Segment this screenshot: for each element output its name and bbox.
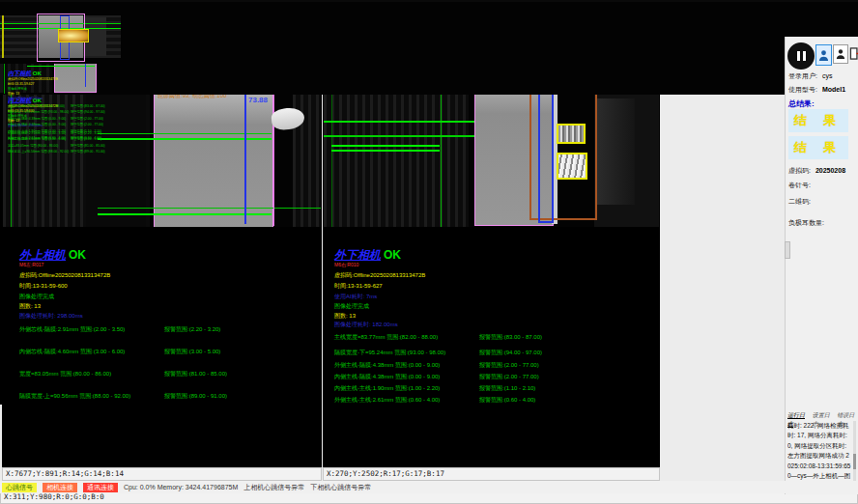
measurement-row: 内侧主线-隔膜:4.38mm 范围:(0.00 - 9.00) 报警范围:(2.… [334, 373, 658, 380]
alarm-range: 报警范围:(0.60 - 4.00) [479, 396, 535, 405]
needle-row: 卷针号: [788, 181, 811, 190]
measurement-text: 外侧主线-隔膜:4.38mm 范围:(0.00 - 9.00) [334, 362, 440, 368]
frame-count: 图数: 13 [19, 302, 41, 311]
virtual-code-label: 虚拟码: [788, 167, 811, 174]
login-user-button[interactable] [815, 44, 832, 66]
heartbeat-badge: 心跳信号 [2, 483, 37, 492]
comm-link-badge: 通讯连接 [83, 483, 118, 492]
qrcode-row: 二维码: [788, 197, 811, 207]
green-measure-line [331, 145, 440, 147]
measurement-row: 隔膜宽度-上=90.56mm 范围:(88.00 - 92.00) 报警范围:(… [19, 392, 320, 400]
alarm-range: 报警范围:(3.00 - 5.00) [164, 348, 220, 356]
processing-done: 图像处理完成 [334, 302, 369, 311]
capture-time: 时间:13-31-59-627 [334, 282, 383, 291]
upper-camera-warning: 上相机心跳信号异常 [243, 483, 304, 492]
measurement-text: 主线宽度=83.77mm 范围:(82.00 - 88.00) [334, 334, 438, 340]
virtual-code-value: 20250208 [815, 167, 845, 174]
main-window: CYS-视觉检测系统 系统配置 相机配置 通讯配置 IO手配置 ▼ 光源控制配置… [0, 0, 858, 504]
login-user-row: 登录用户: cys [788, 71, 832, 81]
processing-done: 图像处理完成 [19, 293, 54, 301]
measure-value-label: 73.88 [248, 96, 268, 104]
measurement-row: 宽度=83.05mm 范围:(80.00 - 86.00) 报警范围:(81.0… [19, 370, 320, 378]
virtual-code: 虚拟码:Offline2025020813313472B [19, 271, 110, 280]
measurement-row: 隔膜宽度-下=95.24mm 范围:(93.00 - 98.00) 报警范围:(… [334, 349, 658, 356]
needle-label: 卷针号: [788, 182, 811, 188]
measurement-text: 内侧主线-主线:1.90mm 范围:(1.00 - 2.20) [334, 385, 440, 391]
measurement-row: 主线宽度=83.77mm 范围:(82.00 - 88.00) 报警范围:(83… [334, 333, 658, 341]
machine-block [596, 98, 635, 205]
middle-camera-coords-status: X:270;Y:2502;R:17;G:17;B:17 [323, 467, 660, 481]
processing-elapsed: 图像处理耗时: 182.00ms [8, 97, 43, 101]
processing-elapsed: 图像处理耗时: 182.00ms [334, 321, 398, 329]
tab-count-label: 负极耳数量: [788, 219, 824, 226]
qrcode-label: 二维码: [788, 198, 811, 205]
right-control-panel: 登录用户: cys 使用型号: Model1 总结果: 结 果 结 果 虚拟码:… [785, 37, 858, 494]
login-user-label: 登录用户: [788, 72, 817, 79]
login-user-value: cys [822, 72, 833, 79]
pause-icon [803, 51, 806, 61]
detect-box-yellow [557, 124, 586, 144]
processing-elapsed: 图像处理耗时: 298.00ms [19, 312, 83, 321]
alarm-range: 报警范围:(2.20 - 3.20) [164, 325, 220, 334]
measurement-text: 外侧芯线-隔膜:2.91mm 范围:(2.00 - 3.50) [19, 326, 125, 332]
measurement-row: 内侧芯线-隔膜:4.60mm 范围:(3.00 - 6.00) 报警范围:(3.… [19, 348, 320, 355]
electrode-region [154, 90, 273, 227]
cpu-memory-status: Cpu: 0.0% Memory: 3424.41796875M [124, 484, 238, 490]
ai-elapsed: 使用AI耗时: 7ms [334, 293, 377, 301]
pause-button[interactable] [787, 42, 815, 70]
middle-camera-panel: AI检测区域 72.88 外下相机OK M6右:R010 虚拟码:Offline… [323, 68, 660, 481]
exit-button[interactable] [849, 44, 858, 62]
camera-subtitle: M6左:R017 [19, 262, 43, 267]
measurement-text: 外侧主线-主线:2.61mm 范围:(0.60 - 4.00) [334, 397, 440, 403]
measurement-row: 内侧主线-主线:1.90mm 范围:(1.00 - 2.20) 报警范围:(1.… [334, 384, 658, 392]
highlight-blob [58, 29, 89, 42]
alarm-range: 报警范围:(1.10 - 2.10) [479, 384, 535, 393]
measurement-text: 内侧主线-隔膜:4.38mm 范围:(0.00 - 9.00) [334, 374, 440, 379]
mini-bottom-image [0, 2, 858, 64]
camera-subtitle: M6右:R010 [334, 262, 358, 267]
frame-count: 图数: 13 [334, 312, 356, 321]
user-icon [836, 48, 845, 60]
result-box-2: 结 果 [788, 136, 848, 159]
measurement-text: 隔膜宽度-下=95.24mm 范围:(93.00 - 98.00) [334, 350, 445, 355]
blue-measure-line [244, 93, 246, 224]
model-value: Model1 [822, 86, 845, 93]
model-row: 使用型号: Model1 [788, 85, 845, 95]
camera-name: 外上相机 [19, 248, 66, 262]
result-ok-label: OK [69, 248, 86, 262]
capture-time: 时间:13-31-59-600 [19, 282, 68, 291]
alarm-range: 报警范围:(83.00 - 87.00) [479, 333, 542, 342]
left-camera-coords-status: X:7677;Y:891;R:14;G:14;B:14 [2, 467, 322, 481]
model-label: 使用型号: [788, 86, 817, 93]
total-result-label: 总结果: [788, 98, 815, 109]
result-box-1: 结 果 [788, 109, 848, 132]
green-measure-line [331, 150, 440, 152]
measurement-text: 宽度=83.05mm 范围:(80.00 - 86.00) [19, 371, 111, 377]
detect-box-yellow [557, 153, 587, 180]
camera-name: 内下相机 [8, 70, 31, 77]
panel-collapse-handle[interactable] [785, 241, 790, 259]
virtual-code-row: 虚拟码: 20250208 [788, 166, 845, 176]
result-ok-label: OK [384, 248, 401, 262]
measurement-text: 隔膜宽度-上=90.56mm 范围:(88.00 - 92.00) [19, 393, 130, 399]
alarm-range: 报警范围:(89.00 - 91.00) [164, 392, 227, 401]
user-icon [818, 49, 829, 62]
virtual-code: 虚拟码:Offline2025020813313472B [334, 271, 425, 280]
exit-door-icon [849, 47, 858, 60]
green-measure-line [98, 208, 321, 209]
camera-name: 外下相机 [334, 248, 381, 262]
tab-count-row: 负极耳数量: [788, 218, 824, 228]
camera-link-badge: 相机连接 [43, 483, 77, 492]
measurement-row: 外侧主线-隔膜:4.38mm 范围:(0.00 - 9.00) 报警范围:(2.… [334, 361, 658, 369]
roi-box-blue [538, 79, 554, 223]
measurement-row: 外侧主线-主线:2.61mm 范围:(0.60 - 4.00) 报警范围:(0.… [334, 396, 658, 404]
pause-icon [797, 51, 800, 61]
window-status-bar: 心跳信号 相机连接 通讯连接 Cpu: 0.0% Memory: 3424.41… [0, 481, 858, 493]
measurement-row: 外侧芯线-隔膜:2.91mm 范围:(2.00 - 3.50) 报警范围:(2.… [19, 325, 320, 333]
switch-user-button[interactable] [833, 44, 848, 64]
alarm-range: 报警范围:(2.00 - 77.00) [479, 361, 539, 370]
lower-camera-warning: 下相机心跳信号异常 [310, 483, 371, 492]
result-ok-label: OK [33, 70, 42, 77]
alarm-range: 报警范围:(81.00 - 85.00) [164, 370, 227, 378]
alarm-range: 报警范围:(2.00 - 77.00) [479, 373, 539, 381]
